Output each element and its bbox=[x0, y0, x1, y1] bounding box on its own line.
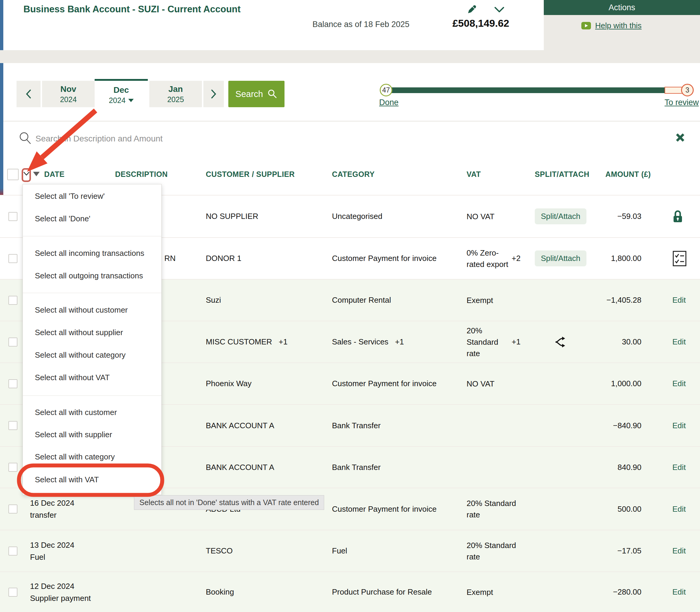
menu-item-select-all-outgoing[interactable]: Select all outgoing transactions bbox=[23, 267, 161, 285]
year-label: 2024 bbox=[60, 95, 77, 105]
menu-item-select-all-without-customer[interactable]: Select all without customer bbox=[23, 301, 161, 319]
prev-month-button[interactable] bbox=[16, 81, 41, 107]
menu-item-select-all-incoming[interactable]: Select all incoming transactions bbox=[23, 244, 161, 262]
category-cell: Bank Transfer bbox=[332, 447, 458, 488]
checklist-icon[interactable] bbox=[672, 250, 687, 267]
amount-cell: 1,800.00 bbox=[511, 238, 642, 279]
search-button[interactable]: Search bbox=[228, 81, 285, 107]
row-checkbox[interactable] bbox=[9, 337, 17, 347]
category-cell: Bank Transfer bbox=[332, 405, 458, 446]
row-action-cell: Edit bbox=[672, 572, 696, 612]
row-checkbox[interactable] bbox=[9, 212, 17, 221]
row-checkbox[interactable] bbox=[9, 463, 17, 472]
row-action-cell: Edit bbox=[672, 280, 696, 321]
next-month-button[interactable] bbox=[203, 81, 224, 107]
description-fragment: RN bbox=[164, 238, 176, 279]
menu-item-select-all-done[interactable]: Select all 'Done' bbox=[23, 210, 161, 228]
edit-link[interactable]: Edit bbox=[672, 295, 686, 305]
row-action-cell: Edit bbox=[672, 405, 696, 446]
category-more-badge: +1 bbox=[395, 337, 404, 347]
column-header-category: CATEGORY bbox=[332, 170, 375, 179]
search-row-divider bbox=[3, 121, 700, 122]
bank-account-page: Business Bank Account - SUZI - Current A… bbox=[0, 0, 700, 612]
row-status-cell bbox=[672, 195, 696, 237]
menu-divider bbox=[23, 293, 161, 293]
vat-cell: Exempt bbox=[467, 280, 512, 321]
row-checkbox[interactable] bbox=[9, 504, 17, 514]
column-header-amount: AMOUNT (£) bbox=[605, 170, 651, 179]
row-description: Supplier payment bbox=[30, 592, 91, 604]
amount-cell: 1,000.00 bbox=[511, 363, 642, 404]
help-link-label: Help with this bbox=[595, 21, 642, 30]
category-cell: Customer Payment for invoice bbox=[332, 238, 458, 279]
tab-month-dec-2024-selected[interactable]: Dec 2024 bbox=[95, 79, 148, 109]
edit-link[interactable]: Edit bbox=[672, 587, 686, 597]
menu-item-select-all-with-vat[interactable]: Select all with VAT bbox=[23, 471, 161, 489]
amount-cell: 30.00 bbox=[511, 321, 642, 362]
year-label: 2024 bbox=[109, 96, 134, 106]
customer-cell: Booking bbox=[206, 572, 326, 612]
row-description: transfer bbox=[30, 509, 56, 521]
vat-cell: Exempt bbox=[467, 572, 512, 612]
menu-item-select-all-to-review[interactable]: Select all 'To review' bbox=[23, 187, 161, 205]
balance-value: £508,149.62 bbox=[415, 17, 509, 29]
customer-cell: DONOR 1 bbox=[206, 238, 326, 279]
edit-link[interactable]: Edit bbox=[672, 463, 686, 472]
month-label: Jan bbox=[168, 84, 183, 95]
customer-cell: Suzi bbox=[206, 280, 326, 321]
row-checkbox[interactable] bbox=[9, 421, 17, 430]
menu-item-select-all-with-supplier[interactable]: Select all with supplier bbox=[23, 426, 161, 444]
customer-cell: NO SUPPLIER bbox=[206, 195, 326, 237]
done-link[interactable]: Done bbox=[379, 98, 399, 107]
row-checkbox[interactable] bbox=[9, 588, 17, 597]
help-link[interactable]: Help with this bbox=[581, 21, 642, 30]
row-checkbox[interactable] bbox=[9, 296, 17, 305]
column-header-vat: VAT bbox=[467, 170, 481, 179]
balance-label: Balance as of 18 Feb 2025 bbox=[313, 20, 410, 29]
menu-item-select-all-with-customer[interactable]: Select all with customer bbox=[23, 403, 161, 421]
to-review-link[interactable]: To review bbox=[661, 98, 699, 107]
row-action-cell: Edit bbox=[672, 321, 696, 362]
edit-link[interactable]: Edit bbox=[672, 421, 686, 430]
menu-item-select-all-without-vat[interactable]: Select all without VAT bbox=[23, 368, 161, 387]
sort-triangle-icon[interactable] bbox=[33, 172, 40, 176]
amount-cell: 500.00 bbox=[511, 488, 642, 530]
menu-item-select-all-with-category[interactable]: Select all with category bbox=[23, 448, 161, 466]
category-cell: Fuel bbox=[332, 530, 458, 571]
actions-button[interactable]: Actions bbox=[544, 0, 700, 15]
amount-cell: −59.03 bbox=[511, 195, 642, 237]
row-action-cell: Edit bbox=[672, 530, 696, 571]
search-input[interactable] bbox=[35, 131, 607, 147]
vat-cell: NO VAT bbox=[467, 195, 512, 237]
edit-account-icon[interactable] bbox=[466, 4, 478, 15]
edit-link[interactable]: Edit bbox=[672, 337, 686, 347]
vat-cell: 20% Standard rate bbox=[467, 321, 512, 362]
row-checkbox[interactable] bbox=[9, 546, 17, 556]
menu-item-select-all-without-supplier[interactable]: Select all without supplier bbox=[23, 323, 161, 342]
select-all-dropdown-chevron-icon[interactable] bbox=[23, 170, 30, 177]
to-review-count-badge: 3 bbox=[681, 84, 694, 96]
lock-icon bbox=[672, 210, 683, 223]
row-checkbox[interactable] bbox=[9, 254, 17, 263]
row-description: Fuel bbox=[30, 551, 45, 563]
row-date: 12 Dec 2024 bbox=[30, 580, 74, 592]
column-header-date[interactable]: DATE bbox=[44, 170, 65, 179]
tab-month-jan-2025[interactable]: Jan 2025 bbox=[149, 81, 202, 107]
year-label: 2025 bbox=[167, 95, 184, 105]
account-chevron-down-icon[interactable] bbox=[493, 5, 505, 14]
edit-link[interactable]: Edit bbox=[672, 504, 686, 514]
clear-search-icon[interactable] bbox=[675, 132, 686, 143]
date-cell: 13 Dec 2024 Fuel bbox=[30, 530, 129, 571]
edit-link[interactable]: Edit bbox=[672, 546, 686, 556]
amount-cell: −840.90 bbox=[511, 405, 642, 446]
row-status-cell bbox=[672, 238, 696, 279]
select-all-checkbox[interactable] bbox=[7, 169, 19, 180]
row-action-cell: Edit bbox=[672, 363, 696, 404]
category-cell: Sales - Services+1 bbox=[332, 321, 458, 362]
menu-item-select-all-without-category[interactable]: Select all without category bbox=[23, 346, 161, 364]
tab-month-nov-2024[interactable]: Nov 2024 bbox=[42, 81, 95, 107]
chevron-left-icon bbox=[25, 89, 32, 99]
column-header-description: DESCRIPTION bbox=[115, 170, 168, 179]
row-checkbox[interactable] bbox=[9, 379, 17, 388]
edit-link[interactable]: Edit bbox=[672, 379, 686, 388]
